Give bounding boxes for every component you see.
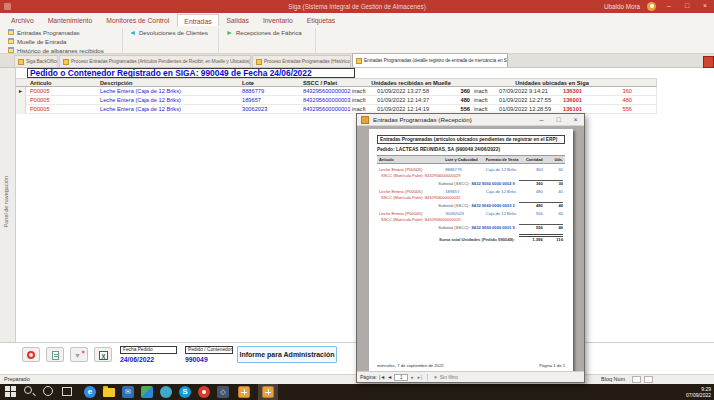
menu-entradas[interactable]: Entradas — [177, 14, 218, 26]
viewer-app-icon[interactable]: ◇ — [217, 386, 229, 398]
siga-app-icon-active[interactable] — [262, 386, 274, 398]
ribbon-item-entradas-programadas[interactable]: Entradas Programadas — [8, 28, 120, 36]
red-app-icon[interactable] — [198, 386, 210, 398]
view-toggle-button[interactable] — [644, 376, 653, 383]
user-avatar[interactable] — [647, 2, 656, 11]
cell-siga-unidades[interactable]: 360 — [600, 87, 632, 96]
table-row[interactable]: ► P00005 Leche Entera (Caja de 12 Briks)… — [16, 87, 657, 96]
row-selector[interactable] — [16, 96, 26, 105]
cell-muelle-unidades[interactable]: 360 — [426, 87, 470, 96]
ribbon-item-recepciones-fabrica[interactable]: ► Recepciones de Fábrica — [226, 28, 302, 36]
filter-status[interactable]: Sin filtro — [440, 374, 458, 380]
preview-report-button[interactable] — [46, 347, 64, 362]
cell-muelle-unidades[interactable]: 480 — [426, 96, 470, 105]
col-group-muelle[interactable]: Unidades recibidas en Muelle — [352, 80, 470, 86]
navigation-pane-collapsed[interactable]: Panel de navegación — [0, 68, 16, 342]
cell-siga-fecha[interactable]: 01/09/2022 12:27:55 — [499, 96, 561, 105]
first-page-icon[interactable]: |◄ — [379, 374, 385, 380]
col-group-siga[interactable]: Unidades ubicadas en Siga — [471, 80, 633, 86]
prev-page-icon[interactable]: ◄ — [387, 374, 392, 380]
minimize-icon[interactable]: – — [660, 0, 678, 13]
report-group: Leche Entera (P00005) 30062023 Caja de 1… — [377, 211, 565, 230]
cell-sscc[interactable]: 8432956000000029 — [303, 87, 351, 96]
last-page-icon[interactable]: ►| — [417, 375, 423, 380]
cell-muelle-usuario[interactable]: inacft — [352, 87, 376, 96]
cell-descripcion[interactable]: Leche Entera (Caja de 12 Briks) — [100, 96, 240, 105]
clear-icon: × — [81, 349, 85, 355]
application-window: Siga (Sistema Integral de Gestión de Alm… — [0, 0, 714, 400]
menu-mantenimiento[interactable]: Mantenimiento — [42, 14, 99, 26]
clear-filter-button[interactable]: ▼ × — [70, 347, 88, 362]
search-icon[interactable] — [24, 386, 36, 398]
dialog-minimize-icon[interactable]: – — [533, 114, 550, 125]
cell-siga-usuario[interactable]: inacft — [474, 96, 498, 105]
pedido-contenedor-value[interactable]: 990049 — [185, 356, 208, 363]
cell-sscc[interactable]: 8432956000000032 — [303, 96, 351, 105]
task-view-icon[interactable] — [62, 386, 74, 398]
cell-descripcion[interactable]: Leche Entera (Caja de 12 Briks) — [100, 87, 240, 96]
form-icon — [63, 59, 69, 65]
dialog-maximize-icon[interactable]: □ — [550, 114, 567, 125]
photos-icon[interactable] — [141, 386, 153, 398]
table-row[interactable]: P00005 Leche Entera (Caja de 12 Briks) 1… — [16, 96, 657, 105]
menu-monitores[interactable]: Monitores de Control — [100, 14, 175, 26]
menu-salidas[interactable]: Salidas — [221, 14, 255, 26]
tab-overflow-stub[interactable] — [703, 56, 714, 68]
skype-icon[interactable]: S — [179, 386, 191, 398]
row-selector[interactable]: ► — [16, 87, 26, 96]
next-page-icon[interactable]: ► — [410, 375, 414, 380]
cell-lote[interactable]: 30062023 — [242, 105, 298, 114]
col-articulo[interactable]: Artículo — [30, 80, 52, 86]
col-lote[interactable]: Lote — [242, 80, 254, 86]
browser-app-icon[interactable] — [160, 386, 172, 398]
cell-siga-usuario[interactable]: inacft — [474, 87, 498, 96]
tab-proceso-historico[interactable]: Proceso Entradas Programadas (Histórico) — [252, 55, 351, 67]
cell-ubicacion[interactable]: 136001 — [563, 96, 599, 105]
report-lote: 8886779 — [445, 167, 485, 172]
cell-lote[interactable]: 8886779 — [242, 87, 298, 96]
informe-administracion-button[interactable]: Informe para Administración — [237, 346, 337, 363]
col-sscc[interactable]: SSCC / Palet — [303, 80, 337, 86]
file-explorer-icon[interactable] — [103, 386, 115, 398]
view-toggle-button[interactable] — [632, 376, 641, 383]
mail-icon[interactable]: ✉ — [122, 386, 134, 398]
cell-siga-unidades[interactable]: 480 — [600, 96, 632, 105]
ribbon-item-label: Recepciones de Fábrica — [236, 29, 302, 36]
row-selector[interactable] — [16, 105, 26, 114]
cell-articulo[interactable]: P00005 — [30, 96, 90, 105]
page-number-input[interactable]: 1 — [394, 374, 408, 381]
dialog-title: Entradas Programadas (Recepción) — [373, 114, 472, 126]
title-bar: Siga (Sistema Integral de Gestión de Alm… — [0, 0, 714, 13]
ribbon-item-devoluciones-clientes[interactable]: ◄ Devoluciones de Clientes — [129, 28, 208, 36]
tab-proceso-pendientes[interactable]: Proceso Entradas Programadas (Artículos … — [59, 55, 251, 67]
cell-siga-fecha[interactable]: 07/09/2022 9:14:21 — [499, 87, 561, 96]
close-record-button[interactable] — [22, 347, 40, 362]
siga-app-icon[interactable] — [238, 386, 250, 398]
close-icon[interactable]: × — [696, 0, 714, 13]
start-icon[interactable] — [5, 386, 17, 398]
cell-articulo[interactable]: P00005 — [30, 105, 90, 114]
menu-inventario[interactable]: Inventario — [257, 14, 299, 26]
cell-articulo[interactable]: P00005 — [30, 87, 90, 96]
cell-siga-unidades[interactable]: 556 — [600, 105, 632, 114]
menu-etiquetas[interactable]: Etiquetas — [301, 14, 341, 26]
tab-entradas-detalle[interactable]: Entradas Programadas (detalle registro d… — [352, 53, 508, 67]
filter-icon: ▼ — [74, 352, 81, 359]
report-col: Uds. — [543, 157, 563, 162]
edge-icon[interactable]: e — [84, 386, 96, 398]
fecha-pedido-value[interactable]: 24/06/2022 — [120, 356, 154, 363]
maximize-icon[interactable]: □ — [678, 0, 696, 13]
ribbon-item-muelle-entrada[interactable]: Muelle de Entrada — [8, 37, 120, 45]
taskbar-clock[interactable]: 9:29 07/09/2022 — [686, 386, 711, 398]
cell-muelle-usuario[interactable]: inacft — [352, 96, 376, 105]
col-descripcion[interactable]: Descripción — [100, 80, 133, 86]
cell-descripcion[interactable]: Leche Entera (Caja de 12 Briks) — [100, 105, 240, 114]
cell-sscc[interactable]: 8432956000000019 — [303, 105, 351, 114]
dialog-close-icon[interactable]: × — [567, 114, 584, 125]
menu-archivo[interactable]: Archivo — [5, 14, 40, 26]
export-excel-button[interactable]: X — [94, 347, 112, 362]
tab-siga-backoffice[interactable]: Siga BackOffice — [14, 55, 58, 67]
cell-lote[interactable]: 189657 — [242, 96, 298, 105]
cortana-icon[interactable] — [43, 386, 55, 398]
cell-ubicacion[interactable]: 136301 — [563, 87, 599, 96]
